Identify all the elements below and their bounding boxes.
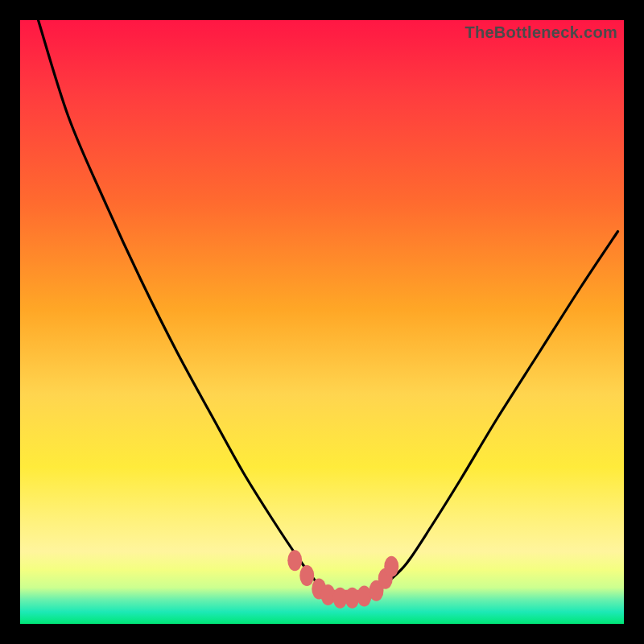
watermark-text: TheBottleneck.com: [464, 23, 617, 42]
marker-cluster: [287, 550, 398, 609]
marker-point: [287, 550, 302, 571]
chart-frame: TheBottleneck.com: [20, 20, 624, 624]
plot-area: [20, 20, 624, 624]
marker-point: [321, 584, 336, 605]
marker-point: [299, 565, 314, 586]
bottleneck-curve: [39, 20, 618, 601]
marker-point: [384, 556, 398, 577]
